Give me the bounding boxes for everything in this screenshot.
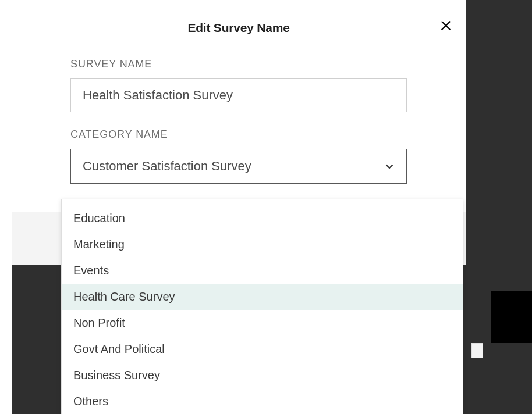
category-select-display[interactable]: Customer Satisfaction Survey: [70, 149, 407, 184]
category-field-group: CATEGORY NAME Customer Satisfaction Surv…: [70, 129, 407, 184]
background-left-strip: [0, 0, 12, 414]
survey-name-field-group: SURVEY NAME: [70, 58, 407, 112]
close-button[interactable]: [437, 16, 455, 35]
category-name-label: CATEGORY NAME: [70, 129, 407, 141]
category-option[interactable]: Non Profit: [62, 310, 463, 336]
dialog-title: Edit Survey Name: [187, 21, 289, 35]
category-option[interactable]: Marketing: [62, 231, 463, 258]
survey-name-input[interactable]: [70, 78, 407, 112]
category-option[interactable]: Education: [62, 205, 463, 231]
category-option[interactable]: Business Survey: [62, 362, 463, 388]
dialog-body: SURVEY NAME CATEGORY NAME Customer Satis…: [12, 51, 466, 212]
category-dropdown-scroll[interactable]: EducationMarketingEventsHealth Care Surv…: [62, 205, 463, 414]
category-select[interactable]: Customer Satisfaction Survey: [70, 149, 407, 184]
category-dropdown-panel: EducationMarketingEventsHealth Care Surv…: [61, 199, 463, 414]
category-selected-value: Customer Satisfaction Survey: [83, 159, 251, 174]
category-option[interactable]: Govt And Political: [62, 336, 463, 362]
background-right-block: [491, 291, 532, 343]
background-small-block: [471, 343, 483, 358]
category-option[interactable]: Health Care Survey: [62, 284, 463, 310]
category-option[interactable]: Others: [62, 388, 463, 414]
close-icon: [439, 19, 452, 32]
category-option[interactable]: Events: [62, 258, 463, 284]
dialog-header: Edit Survey Name: [12, 0, 466, 51]
survey-name-label: SURVEY NAME: [70, 58, 407, 70]
chevron-down-icon: [385, 162, 393, 170]
